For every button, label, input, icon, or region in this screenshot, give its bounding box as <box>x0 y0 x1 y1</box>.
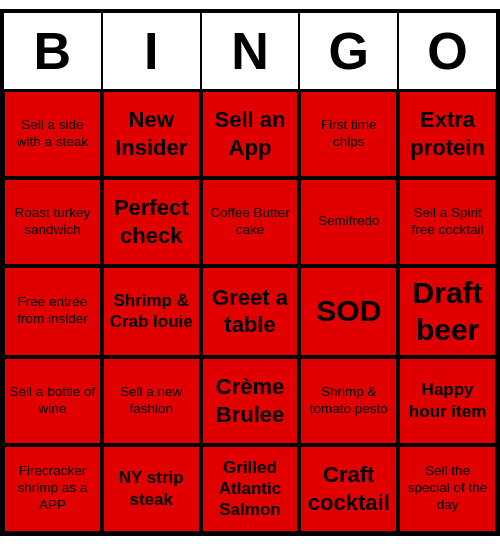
cell-text: Sell an App <box>207 106 294 161</box>
bingo-cell[interactable]: Free entrée from insider <box>3 266 102 357</box>
bingo-grid: Sell a side with a steakNew InsiderSell … <box>3 90 497 533</box>
cell-text: Semifredo <box>318 213 380 230</box>
cell-text: Roast turkey sandwich <box>9 205 96 239</box>
cell-text: First time chips <box>305 117 392 151</box>
bingo-cell[interactable]: Firecracker shrimp as a APP <box>3 445 102 533</box>
bingo-cell[interactable]: Draft beer <box>398 266 497 357</box>
bingo-header: BINGO <box>3 12 497 90</box>
header-letter: G <box>299 12 398 90</box>
cell-text: Shrimp & Crab louie <box>108 290 195 333</box>
cell-text: Crème Brulee <box>207 373 294 428</box>
cell-text: Sell the special of the day <box>404 463 491 514</box>
header-letter: N <box>201 12 300 90</box>
cell-text: Draft beer <box>404 274 491 349</box>
header-letter: I <box>102 12 201 90</box>
cell-text: Grilled Atlantic Salmon <box>207 457 294 521</box>
cell-text: NY strip steak <box>108 467 195 510</box>
bingo-cell[interactable]: Sell an App <box>201 90 300 178</box>
bingo-cell[interactable]: Crème Brulee <box>201 357 300 445</box>
cell-text: Firecracker shrimp as a APP <box>9 463 96 514</box>
bingo-cell[interactable]: Sell a Spirit free cocktail <box>398 178 497 266</box>
header-letter: B <box>3 12 102 90</box>
cell-text: Sell a Spirit free cocktail <box>404 205 491 239</box>
bingo-card: BINGO Sell a side with a steakNew Inside… <box>0 9 500 536</box>
bingo-cell[interactable]: First time chips <box>299 90 398 178</box>
bingo-cell[interactable]: Sell a side with a steak <box>3 90 102 178</box>
bingo-cell[interactable]: Shrimp & Crab louie <box>102 266 201 357</box>
cell-text: Sell a bottle of wine <box>9 384 96 418</box>
cell-text: Free entrée from insider <box>9 294 96 328</box>
cell-text: Greet a table <box>207 284 294 339</box>
cell-text: SOD <box>316 292 381 330</box>
bingo-cell[interactable]: Sell a new fashion <box>102 357 201 445</box>
bingo-cell[interactable]: Semifredo <box>299 178 398 266</box>
cell-text: Perfect check <box>108 194 195 249</box>
bingo-cell[interactable]: NY strip steak <box>102 445 201 533</box>
cell-text: Coffee Butter cake <box>207 205 294 239</box>
bingo-cell[interactable]: New Insider <box>102 90 201 178</box>
bingo-cell[interactable]: Sell a bottle of wine <box>3 357 102 445</box>
bingo-cell[interactable]: Happy hour item <box>398 357 497 445</box>
cell-text: Craft cocktail <box>305 461 392 516</box>
bingo-cell[interactable]: Grilled Atlantic Salmon <box>201 445 300 533</box>
bingo-cell[interactable]: Greet a table <box>201 266 300 357</box>
bingo-cell[interactable]: Extra protein <box>398 90 497 178</box>
bingo-cell[interactable]: Craft cocktail <box>299 445 398 533</box>
bingo-cell[interactable]: Perfect check <box>102 178 201 266</box>
bingo-cell[interactable]: Sell the special of the day <box>398 445 497 533</box>
bingo-cell[interactable]: Shrimp & tomato pesto <box>299 357 398 445</box>
bingo-cell[interactable]: SOD <box>299 266 398 357</box>
cell-text: Shrimp & tomato pesto <box>305 384 392 418</box>
cell-text: Sell a new fashion <box>108 384 195 418</box>
cell-text: Happy hour item <box>404 379 491 422</box>
header-letter: O <box>398 12 497 90</box>
bingo-cell[interactable]: Roast turkey sandwich <box>3 178 102 266</box>
bingo-cell[interactable]: Coffee Butter cake <box>201 178 300 266</box>
cell-text: New Insider <box>108 106 195 161</box>
cell-text: Extra protein <box>404 106 491 161</box>
cell-text: Sell a side with a steak <box>9 117 96 151</box>
